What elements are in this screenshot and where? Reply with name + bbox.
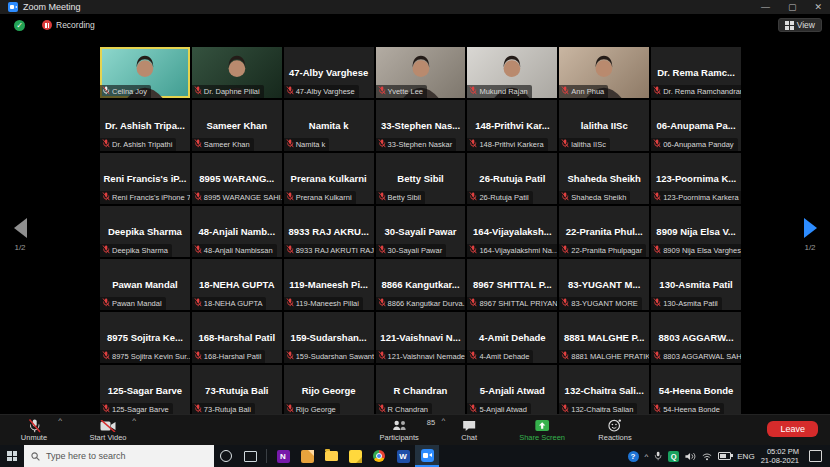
participant-tile[interactable]: 30-Sayali Pawar30-Sayali Pawar <box>376 206 466 257</box>
participant-tile[interactable]: Dr. Rema Ramc...Dr. Rema Ramchandran <box>651 47 741 98</box>
participant-tile[interactable]: 8866 Kangutkar...8866 Kangutkar Durva... <box>376 259 466 310</box>
next-page-button[interactable]: 1/2 <box>790 218 830 252</box>
participant-tile[interactable]: 8909 Nija Elsa V...8909 Nija Elsa Varghe… <box>651 206 741 257</box>
participant-tile[interactable]: 48-Anjali Namb...48-Anjali Nambissan <box>192 206 282 257</box>
taskbar-app-chrome[interactable] <box>367 445 391 467</box>
unmute-button[interactable]: Unmute ^ <box>14 415 54 445</box>
unmute-chevron-icon[interactable]: ^ <box>58 418 62 424</box>
participant-tile[interactable]: 54-Heena Bonde54-Heena Bonde <box>651 365 741 415</box>
participant-tile[interactable]: 8881 MALGHE P...8881 MALGHE PRATIK... <box>559 312 649 363</box>
language-indicator[interactable]: ENG <box>737 452 754 461</box>
participant-tile[interactable]: Betty SibilBetty Sibil <box>376 153 466 204</box>
participant-tile[interactable]: 148-Prithvi Kar...148-Prithvi Karkera <box>467 100 557 151</box>
chrome-icon <box>373 450 385 462</box>
participants-button[interactable]: 85 Participants ^ <box>379 415 419 445</box>
participant-tile[interactable]: Ann Phua <box>559 47 649 98</box>
participant-tile[interactable]: 168-Harshal Patil168-Harshal Patil <box>192 312 282 363</box>
antivirus-tray-icon[interactable]: Q <box>668 451 679 462</box>
participant-tile[interactable]: 83-YUGANT M...83-YUGANT MORE <box>559 259 649 310</box>
recording-icon <box>42 20 52 30</box>
start-video-button[interactable]: Start Video ^ <box>88 415 128 445</box>
leave-button[interactable]: Leave <box>767 421 818 437</box>
network-icon[interactable] <box>702 452 712 461</box>
start-video-chevron-icon[interactable]: ^ <box>132 418 136 424</box>
participant-tile[interactable]: Reni Francis's iP...Reni Francis's iPhon… <box>100 153 190 204</box>
encryption-shield-icon[interactable]: ✓ <box>14 20 25 31</box>
share-screen-button[interactable]: Share Screen <box>519 415 565 445</box>
participant-tile[interactable]: 8995 WARANG...8995 WARANGE SAHI... <box>192 153 282 204</box>
participant-tile[interactable]: 4-Amit Dehade4-Amit Dehade <box>467 312 557 363</box>
participant-tile[interactable]: Dr. Daphne Pillai <box>192 47 282 98</box>
taskbar-clock[interactable]: 05:02 PM 21-08-2021 <box>761 447 799 466</box>
participant-tile[interactable]: Rijo GeorgeRijo George <box>284 365 374 415</box>
participant-tile[interactable]: 18-NEHA GUPTA18-NEHA GUPTA <box>192 259 282 310</box>
participant-tile[interactable]: lalitha IISclalitha IISc <box>559 100 649 151</box>
participant-label: 8866 Kangutkar Durva... <box>388 299 466 308</box>
minimize-button[interactable]: — <box>761 2 770 12</box>
participant-tile[interactable]: Pawan MandalPawan Mandal <box>100 259 190 310</box>
taskbar-app-onenote[interactable]: N <box>271 445 295 467</box>
participant-tile[interactable]: 8967 SHITTAL P...8967 SHITTAL PRIYAN... <box>467 259 557 310</box>
participant-tile[interactable]: 8933 RAJ AKRU...8933 RAJ AKRUTI RAJ... <box>284 206 374 257</box>
participant-tile[interactable]: 119-Maneesh Pi...119-Maneesh Pillai <box>284 259 374 310</box>
participant-label-bar: 06-Anupama Panday <box>651 138 737 151</box>
participant-tile[interactable]: Namita kNamita k <box>284 100 374 151</box>
participant-tile[interactable]: 26-Rutuja Patil26-Rutuja Patil <box>467 153 557 204</box>
participant-name: Prerana Kulkarni <box>284 173 374 184</box>
battery-icon[interactable] <box>718 452 731 460</box>
recording-indicator[interactable]: Recording <box>42 20 95 30</box>
participant-tile[interactable]: Shaheda SheikhShaheda Sheikh <box>559 153 649 204</box>
participant-tile[interactable]: 159-Sudarshan...159-Sudarshan Sawant <box>284 312 374 363</box>
maximize-button[interactable]: ▢ <box>788 2 797 12</box>
participant-tile[interactable]: 164-Vijayalaksh...164-Vijayalakshmi Na..… <box>467 206 557 257</box>
taskbar-app-sticky-notes[interactable] <box>343 445 367 467</box>
participant-tile[interactable]: R ChandranR Chandran <box>376 365 466 415</box>
taskbar-app-zoom-active[interactable] <box>415 445 439 467</box>
participant-tile[interactable]: 5-Anjali Atwad5-Anjali Atwad <box>467 365 557 415</box>
volume-icon[interactable] <box>685 452 696 461</box>
reactions-button[interactable]: Reactions <box>595 415 635 445</box>
task-view-button[interactable] <box>238 445 262 467</box>
participant-tile[interactable]: Mukund Rajan <box>467 47 557 98</box>
start-button[interactable] <box>0 445 24 467</box>
zoom-app-icon <box>8 2 18 12</box>
help-tray-icon[interactable]: ? <box>628 451 639 462</box>
participant-tile[interactable]: 125-Sagar Barve125-Sagar Barve <box>100 365 190 415</box>
tray-expand-chevron-icon[interactable]: ^ <box>645 452 649 461</box>
participant-tile[interactable]: 33-Stephen Nas...33-Stephen Naskar <box>376 100 466 151</box>
prev-page-button[interactable]: 1/2 <box>0 218 40 252</box>
tray-mic-icon[interactable] <box>654 451 662 461</box>
participant-tile[interactable]: 73-Rutuja Bali73-Rutuja Bali <box>192 365 282 415</box>
taskbar-search[interactable]: Type here to search <box>24 445 214 467</box>
taskbar-app-document[interactable] <box>295 445 319 467</box>
participants-chevron-icon[interactable]: ^ <box>441 418 445 424</box>
participant-tile[interactable]: Dr. Ashish Tripa...Dr. Ashish Tripathi <box>100 100 190 151</box>
taskbar-app-file-explorer[interactable] <box>319 445 343 467</box>
participant-label: 06-Anupama Panday <box>663 140 733 149</box>
participant-label: Ann Phua <box>571 87 604 96</box>
participant-name: 8975 Sojitra Ke... <box>100 332 190 343</box>
participant-tile[interactable]: 130-Asmita Patil130-Asmita Patil <box>651 259 741 310</box>
action-center-icon[interactable] <box>809 450 822 462</box>
view-button[interactable]: View <box>778 18 822 32</box>
participant-tile[interactable]: 121-Vaishnavi N...121-Vaishnavi Nemade <box>376 312 466 363</box>
participant-tile[interactable]: Yvette Lee <box>376 47 466 98</box>
participant-tile[interactable]: 8975 Sojitra Ke...8975 Sojitra Kevin Sur… <box>100 312 190 363</box>
participant-tile[interactable]: 06-Anupama Pa...06-Anupama Panday <box>651 100 741 151</box>
participant-tile[interactable]: Deepika SharmaDeepika Sharma <box>100 206 190 257</box>
chat-button[interactable]: Chat <box>449 415 489 445</box>
cortana-button[interactable] <box>214 445 238 467</box>
participant-tile[interactable]: 123-Poornima K...123-Poornima Karkera <box>651 153 741 204</box>
participant-tile[interactable]: Celina Joy <box>100 47 190 98</box>
close-button[interactable]: ✕ <box>814 2 822 12</box>
participant-name: 8967 SHITTAL P... <box>467 279 557 290</box>
participant-label-bar: 8881 MALGHE PRATIK... <box>559 350 649 363</box>
participant-tile[interactable]: 8803 AGGARW...8803 AGGARWAL SAH... <box>651 312 741 363</box>
participant-tile[interactable]: 47-Alby Varghese47-Alby Varghese <box>284 47 374 98</box>
participant-tile[interactable]: 132-Chaitra Sali...132-Chaitra Salian <box>559 365 649 415</box>
participant-tile[interactable]: Prerana KulkarniPrerana Kulkarni <box>284 153 374 204</box>
participant-tile[interactable]: 22-Pranita Phul...22-Pranita Phulpagar <box>559 206 649 257</box>
participant-label: 132-Chaitra Salian <box>571 405 633 414</box>
participant-tile[interactable]: Sameer KhanSameer Khan <box>192 100 282 151</box>
taskbar-app-word[interactable]: W <box>391 445 415 467</box>
